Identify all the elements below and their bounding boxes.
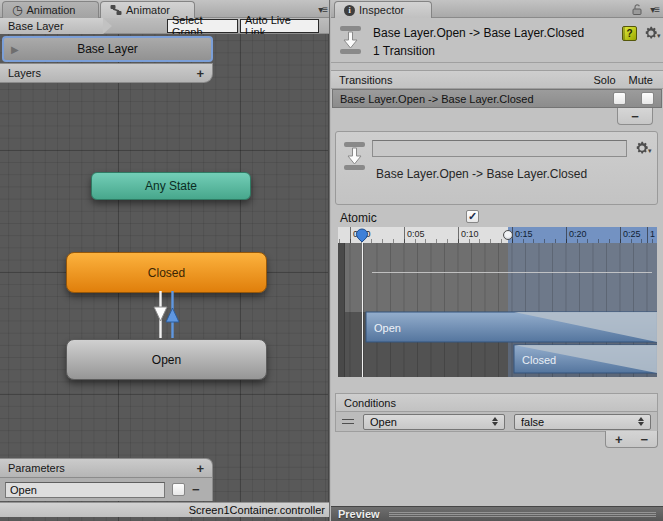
timeline-ruler[interactable]: 0:00 0:05 0:10 0:15 0:20 0:25 1 bbox=[338, 227, 657, 243]
state-node-label: Any State bbox=[145, 179, 197, 193]
ruler-tick bbox=[620, 227, 621, 243]
transition-icon bbox=[343, 141, 367, 173]
dropdown-arrows-icon bbox=[638, 417, 644, 426]
playhead-line[interactable] bbox=[362, 242, 363, 377]
foldout-triangle-icon[interactable]: ▶ bbox=[11, 44, 19, 55]
select-graph-button[interactable]: Select Graph bbox=[167, 19, 238, 33]
conditions-add-remove-bar: + − bbox=[605, 431, 658, 448]
add-parameter-button[interactable]: + bbox=[196, 462, 204, 475]
transition-timeline[interactable]: 0:00 0:05 0:10 0:15 0:20 0:25 1 bbox=[338, 227, 657, 377]
gear-caret-icon: ▾ bbox=[648, 147, 652, 155]
ruler-tick bbox=[458, 227, 459, 243]
arrowhead-up-icon bbox=[166, 308, 179, 322]
remove-parameter-button[interactable]: − bbox=[192, 483, 200, 496]
tab-animation[interactable]: ◷ Animation bbox=[2, 1, 99, 18]
layer-row-base-layer[interactable]: ▶ Base Layer bbox=[2, 36, 213, 62]
state-node-label: Open bbox=[152, 353, 181, 367]
breadcrumb[interactable]: Base Layer bbox=[0, 18, 103, 34]
help-icon[interactable]: ? bbox=[622, 26, 637, 41]
condition-parameter-dropdown[interactable]: Open bbox=[363, 414, 505, 430]
animator-statusbar: Screen1Container.controller bbox=[0, 502, 331, 517]
conditions-section-header: Conditions bbox=[335, 393, 658, 412]
lock-icon[interactable] bbox=[631, 3, 643, 17]
mute-checkbox[interactable] bbox=[641, 92, 654, 105]
parameter-name-input[interactable] bbox=[5, 482, 165, 498]
tab-inspector-label: Inspector bbox=[359, 4, 404, 16]
inspector-window: i Inspector ▾≡ Base Layer.Open -> Base L… bbox=[331, 0, 663, 521]
preview-bar[interactable]: Preview bbox=[331, 506, 663, 521]
remove-transition-label: − bbox=[631, 110, 639, 123]
conditions-header-label: Conditions bbox=[344, 397, 396, 409]
transition-start-marker[interactable] bbox=[503, 230, 513, 240]
drag-handle-icon[interactable] bbox=[342, 419, 354, 424]
ruler-tick bbox=[350, 227, 351, 243]
transition-title: Base Layer.Open -> Base Layer.Closed bbox=[373, 26, 584, 40]
transition-arrows[interactable] bbox=[145, 291, 195, 340]
parameter-value-checkbox[interactable] bbox=[172, 483, 185, 496]
transitions-section-header: Transitions Solo Mute bbox=[331, 70, 663, 89]
animator-window: ◷ Animation Animator ▾≡ Base Layer Selec… bbox=[0, 0, 331, 521]
ruler-tick-label: 1 bbox=[650, 229, 655, 239]
condition-row: Open false bbox=[335, 412, 658, 432]
controller-path-label: Screen1Container.controller bbox=[189, 504, 325, 516]
remove-condition-button[interactable]: − bbox=[640, 433, 648, 446]
animator-icon bbox=[110, 4, 122, 16]
ruler-tick bbox=[566, 227, 567, 243]
parameters-header-label: Parameters bbox=[8, 462, 65, 474]
state-node-label: Closed bbox=[148, 266, 185, 280]
tab-animation-label: Animation bbox=[26, 4, 75, 16]
transition-count: 1 Transition bbox=[373, 44, 435, 58]
gear-caret-icon: ▾ bbox=[657, 32, 661, 40]
condition-value: false bbox=[521, 416, 634, 428]
transitions-header-label: Transitions bbox=[339, 74, 392, 86]
animator-pane-menu-icon[interactable]: ▾≡ bbox=[318, 4, 327, 15]
inspector-tabbar: i Inspector ▾≡ bbox=[331, 0, 663, 18]
transition-icon bbox=[339, 25, 363, 57]
transition-name-input[interactable] bbox=[372, 140, 627, 157]
inspector-pane-menu-icon[interactable]: ▾≡ bbox=[650, 4, 659, 15]
state-node-closed[interactable]: Closed bbox=[66, 252, 267, 293]
breadcrumb-label: Base Layer bbox=[8, 20, 64, 32]
layers-header-label: Layers bbox=[8, 67, 41, 79]
atomic-checkbox[interactable]: ✓ bbox=[466, 210, 479, 223]
ruler-tick bbox=[647, 227, 648, 243]
add-layer-button[interactable]: + bbox=[196, 67, 204, 80]
atomic-label: Atomic bbox=[340, 211, 377, 225]
state-node-open[interactable]: Open bbox=[66, 339, 267, 380]
dropdown-arrows-icon bbox=[492, 417, 498, 426]
layers-header: Layers + bbox=[0, 63, 213, 83]
parameters-header: Parameters + bbox=[0, 458, 213, 478]
remove-transition-button[interactable]: − bbox=[617, 108, 653, 125]
info-icon: i bbox=[344, 5, 355, 16]
transition-row-label: Base Layer.Open -> Base Layer.Closed bbox=[340, 93, 598, 105]
playhead-icon[interactable] bbox=[355, 228, 369, 245]
solo-column-label: Solo bbox=[594, 74, 616, 86]
tab-animator-label: Animator bbox=[126, 4, 170, 16]
auto-live-link-button[interactable]: Auto Live Link bbox=[240, 19, 319, 33]
arrowhead-down-icon bbox=[154, 307, 167, 321]
add-condition-button[interactable]: + bbox=[615, 433, 623, 446]
settings-gear-icon[interactable]: ▾ bbox=[644, 26, 661, 40]
tab-inspector[interactable]: i Inspector bbox=[334, 1, 432, 18]
check-icon: ✓ bbox=[468, 211, 477, 222]
inspector-header: Base Layer.Open -> Base Layer.Closed 1 T… bbox=[331, 18, 663, 63]
preview-drag-grip-icon[interactable] bbox=[389, 512, 656, 517]
ruler-tick-label: 0:25 bbox=[623, 229, 641, 239]
solo-checkbox[interactable] bbox=[613, 92, 626, 105]
ruler-tick-label: 0:05 bbox=[407, 229, 425, 239]
parameter-row: − bbox=[0, 478, 213, 501]
ruler-tick-label: 0:10 bbox=[461, 229, 479, 239]
ruler-tick-label: 0:20 bbox=[569, 229, 587, 239]
timeline-track-bars[interactable]: Open Closed bbox=[338, 243, 657, 377]
transition-settings-gear-icon[interactable]: ▾ bbox=[635, 141, 652, 155]
transition-detail-label: Base Layer.Open -> Base Layer.Closed bbox=[376, 167, 587, 181]
mute-column-label: Mute bbox=[629, 74, 653, 86]
condition-value-dropdown[interactable]: false bbox=[514, 414, 651, 430]
animator-toolbar: Base Layer Select Graph Auto Live Link bbox=[0, 18, 331, 34]
state-node-any-state[interactable]: Any State bbox=[91, 172, 251, 200]
transition-list-row[interactable]: Base Layer.Open -> Base Layer.Closed bbox=[332, 89, 662, 108]
breadcrumb-chevron-icon bbox=[103, 18, 112, 34]
track-open-label: Open bbox=[374, 322, 401, 334]
transition-detail-box: ▾ Base Layer.Open -> Base Layer.Closed bbox=[335, 131, 658, 205]
track-closed-label: Closed bbox=[522, 354, 556, 366]
